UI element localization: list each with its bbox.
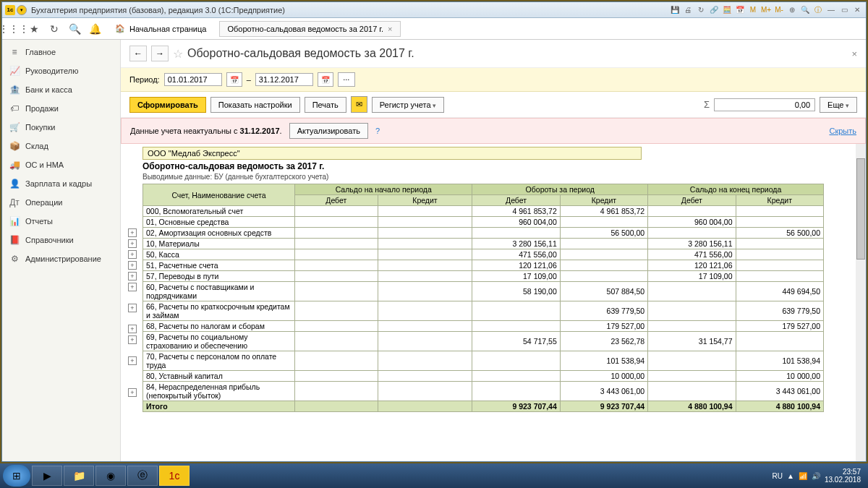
info-icon[interactable]: ⓘ <box>812 4 824 16</box>
taskbar-explorer[interactable]: 📁 <box>64 466 94 486</box>
tray-vol-icon[interactable]: 🔊 <box>812 472 820 480</box>
home-tab[interactable]: 🏠 Начальная страница <box>108 21 213 36</box>
form-button[interactable]: Сформировать <box>129 97 206 113</box>
maximize-icon[interactable]: ▭ <box>838 4 850 16</box>
table-row[interactable]: 84, Нераспределенная прибыль (непокрытый… <box>143 382 824 401</box>
scroll-thumb[interactable] <box>856 158 865 260</box>
start-button[interactable]: ⊞ <box>3 465 30 487</box>
sidebar-label: Операции <box>25 198 62 207</box>
page-close-icon[interactable]: × <box>851 48 857 59</box>
expand-button[interactable]: + <box>128 325 137 333</box>
sidebar-item-1[interactable]: 📈Руководителю <box>2 61 120 80</box>
m-plus-icon[interactable]: M+ <box>760 4 772 16</box>
email-button[interactable]: ✉ <box>351 96 367 113</box>
print-icon[interactable]: 🖨 <box>682 4 694 16</box>
apps-icon[interactable]: ⋮⋮⋮ <box>7 22 21 36</box>
expand-button[interactable]: + <box>128 356 137 365</box>
print-button[interactable]: Печать <box>305 97 346 113</box>
sidebar-item-2[interactable]: 🏦Банк и касса <box>2 80 120 99</box>
table-row[interactable]: 50, Касса471 556,00471 556,00 <box>143 249 824 260</box>
table-row[interactable]: 80, Уставный капитал10 000,0010 000,00 <box>143 371 824 382</box>
table-row[interactable]: 60, Расчеты с поставщиками и подрядчикам… <box>143 282 824 301</box>
table-row[interactable]: 66, Расчеты по краткосрочным кредитам и … <box>143 301 824 321</box>
minimize-icon[interactable]: — <box>825 4 837 16</box>
sidebar-label: Руководителю <box>25 67 78 75</box>
search-nav-icon[interactable]: 🔍 <box>67 22 82 36</box>
col-account: Счет, Наименование счета <box>143 184 295 206</box>
m-icon[interactable]: M <box>747 4 759 16</box>
report-title: Оборотно-сальдовая ведомость за 2017 г. <box>142 160 859 173</box>
register-button[interactable]: Регистр учета <box>372 97 444 113</box>
tray-flag-icon[interactable]: ▲ <box>787 472 794 480</box>
nav-fwd-button[interactable]: → <box>151 46 169 61</box>
vscroll[interactable] <box>856 144 866 461</box>
table-row[interactable]: 10, Материалы3 280 156,113 280 156,11 <box>143 239 824 249</box>
help-icon[interactable]: ? <box>375 127 380 135</box>
calendar-icon[interactable]: 📅 <box>734 4 746 16</box>
calc-icon[interactable]: 🧮 <box>721 4 733 16</box>
table-row[interactable]: 000, Вспомогательный счет4 961 853,724 9… <box>143 206 824 217</box>
expand-button[interactable]: + <box>128 261 137 270</box>
taskbar-ie[interactable]: ⓔ <box>127 466 158 486</box>
expand-button[interactable]: + <box>128 283 137 291</box>
sidebar-item-7[interactable]: 👤Зарплата и кадры <box>2 174 120 193</box>
period-more-button[interactable]: ... <box>338 72 355 87</box>
expand-button[interactable]: + <box>128 250 137 259</box>
app-menu-drop-icon[interactable]: ▾ <box>17 5 27 15</box>
sidebar-item-4[interactable]: 🛒Покупки <box>2 118 120 137</box>
sidebar-item-10[interactable]: 📕Справочники <box>2 231 120 249</box>
star-icon[interactable]: ☆ <box>173 47 183 61</box>
expand-button[interactable]: + <box>128 272 137 281</box>
table-row[interactable]: 01, Основные средства960 004,00960 004,0… <box>143 217 824 228</box>
tray-net-icon[interactable]: 📶 <box>799 472 807 480</box>
history-icon[interactable]: ↻ <box>47 22 61 36</box>
date-from-cal-icon[interactable]: 📅 <box>226 72 242 87</box>
expand-button[interactable]: + <box>128 388 137 397</box>
report-tab[interactable]: Оборотно-сальдовая ведомость за 2017 г. … <box>219 21 400 37</box>
expand-button[interactable]: + <box>128 239 137 248</box>
close-icon[interactable]: ✕ <box>851 4 863 16</box>
tray-lang[interactable]: RU <box>773 472 783 480</box>
sidebar-item-3[interactable]: 🏷Продажи <box>2 99 120 118</box>
tray-clock[interactable]: 23:57 13.02.2018 <box>825 468 861 484</box>
sidebar-label: Зарплата и кадры <box>25 179 92 188</box>
table-row[interactable]: 68, Расчеты по налогам и сборам179 527,0… <box>143 321 824 332</box>
sidebar-item-5[interactable]: 📦Склад <box>2 137 120 155</box>
date-to-input[interactable] <box>255 73 313 86</box>
more-button[interactable]: Еще <box>820 97 857 113</box>
favorite-icon[interactable]: ★ <box>27 22 41 36</box>
table-row[interactable]: 70, Расчеты с персоналом по оплате труда… <box>143 351 824 371</box>
table-row[interactable]: 69, Расчеты по социальному страхованию и… <box>143 332 824 351</box>
save-icon[interactable]: 💾 <box>669 4 681 16</box>
nav-back-button[interactable]: ← <box>129 46 147 61</box>
sidebar-item-9[interactable]: 📊Отчеты <box>2 212 120 231</box>
bell-icon[interactable]: 🔔 <box>88 22 102 36</box>
report-tab-label: Оборотно-сальдовая ведомость за 2017 г. <box>227 25 383 33</box>
col-sd: Дебет <box>295 195 378 206</box>
refresh-icon[interactable]: ↻ <box>695 4 707 16</box>
sidebar-item-8[interactable]: ДтОперации <box>2 193 120 212</box>
settings-button[interactable]: Показать настройки <box>210 97 300 113</box>
search-icon[interactable]: 🔍 <box>799 4 811 16</box>
date-to-cal-icon[interactable]: 📅 <box>318 72 333 87</box>
expand-button[interactable]: + <box>128 304 137 312</box>
sidebar-item-11[interactable]: ⚙Администрирование <box>2 249 120 268</box>
expand-button[interactable]: + <box>128 228 137 237</box>
sidebar-item-0[interactable]: ≡Главное <box>2 43 120 61</box>
table-row[interactable]: 02, Амортизация основных средств56 500,0… <box>143 228 824 239</box>
link-icon[interactable]: 🔗 <box>708 4 720 16</box>
hide-link[interactable]: Скрыть <box>829 127 856 135</box>
tab-close-icon[interactable]: × <box>388 25 392 33</box>
sidebar-item-6[interactable]: 🚚ОС и НМА <box>2 155 120 174</box>
update-button[interactable]: Актуализировать <box>289 123 368 139</box>
table-row[interactable]: 51, Расчетные счета120 121,06120 121,06 <box>143 260 824 271</box>
expand-button[interactable]: + <box>128 335 137 344</box>
date-from-input[interactable] <box>164 73 222 86</box>
table-row[interactable]: 57, Переводы в пути17 109,0017 109,00 <box>143 271 824 282</box>
taskbar-1c[interactable]: 1c <box>159 466 190 486</box>
m-minus-icon[interactable]: M- <box>773 4 785 16</box>
taskbar-chrome[interactable]: ◉ <box>95 466 126 486</box>
taskbar-media[interactable]: ▶ <box>32 466 62 486</box>
sum-input[interactable] <box>714 98 815 111</box>
zoom-in-icon[interactable]: ⊕ <box>786 4 798 16</box>
